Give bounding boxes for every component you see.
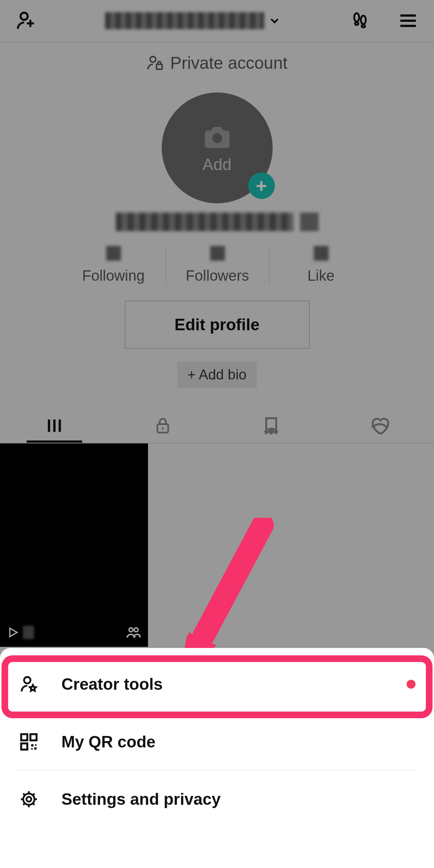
svg-point-1 xyxy=(354,13,359,21)
svg-rect-6 xyxy=(157,64,162,69)
private-account-label: Private account xyxy=(170,53,287,73)
person-lock-icon xyxy=(147,54,164,71)
svg-point-0 xyxy=(21,13,28,20)
notification-dot xyxy=(407,680,416,689)
menu-label: My QR code xyxy=(61,733,155,751)
svg-point-12 xyxy=(24,677,30,683)
badge-obscured xyxy=(300,213,319,231)
svg-rect-14 xyxy=(30,734,37,740)
svg-point-21 xyxy=(27,797,31,801)
footsteps-icon[interactable] xyxy=(349,10,371,32)
username-obscured xyxy=(116,213,293,231)
menu-sheet: Creator tools My QR code Settings and pr… xyxy=(0,648,434,868)
profile-section: Add + Following Followers Like Edit prof… xyxy=(0,83,434,443)
add-bio-button[interactable]: + Add bio xyxy=(177,362,257,388)
menu-item-creator-tools[interactable]: Creator tools xyxy=(18,655,416,713)
people-icon xyxy=(126,625,141,640)
private-account-banner: Private account xyxy=(0,43,434,83)
stat-followers[interactable]: Followers xyxy=(165,246,269,284)
tab-liked[interactable] xyxy=(326,408,434,443)
svg-point-3 xyxy=(361,16,366,24)
tab-private[interactable] xyxy=(108,408,217,443)
hamburger-menu-icon[interactable] xyxy=(397,10,419,32)
stats-row: Following Followers Like xyxy=(62,246,373,284)
edit-profile-button[interactable]: Edit profile xyxy=(125,301,310,349)
tab-grid[interactable] xyxy=(0,408,108,443)
menu-item-settings[interactable]: Settings and privacy xyxy=(18,770,416,827)
likes-count-obscured xyxy=(314,246,329,261)
svg-point-7 xyxy=(212,133,222,143)
heart-hidden-icon xyxy=(369,415,390,436)
grid-icon xyxy=(45,416,64,435)
svg-rect-2 xyxy=(355,22,359,25)
svg-rect-13 xyxy=(21,734,27,740)
svg-rect-4 xyxy=(362,25,365,27)
add-friends-icon[interactable] xyxy=(15,10,37,32)
video-thumbnail[interactable] xyxy=(0,443,148,647)
play-icon xyxy=(7,626,19,639)
svg-rect-18 xyxy=(31,748,33,749)
username-obscured xyxy=(105,12,264,29)
avatar-add-button[interactable]: + xyxy=(248,172,275,199)
add-bio-label: + Add bio xyxy=(188,367,247,382)
stat-likes[interactable]: Like xyxy=(269,246,373,284)
menu-item-qr-code[interactable]: My QR code xyxy=(18,713,416,770)
svg-rect-17 xyxy=(35,744,37,746)
views-count-obscured xyxy=(23,626,34,639)
svg-rect-16 xyxy=(31,744,33,746)
svg-point-5 xyxy=(150,57,156,62)
username-dropdown[interactable] xyxy=(105,12,281,29)
followers-label: Followers xyxy=(186,267,249,284)
qr-icon xyxy=(18,733,39,751)
tab-saved[interactable] xyxy=(217,408,326,443)
svg-rect-15 xyxy=(21,743,27,750)
menu-label: Settings and privacy xyxy=(61,790,221,808)
camera-icon xyxy=(199,122,236,152)
menu-label: Creator tools xyxy=(61,675,163,693)
person-star-icon xyxy=(18,675,39,694)
edit-profile-label: Edit profile xyxy=(175,315,260,334)
following-label: Following xyxy=(82,267,145,284)
svg-rect-19 xyxy=(34,747,37,749)
avatar-add-label: Add xyxy=(202,155,231,174)
svg-point-9 xyxy=(270,431,273,433)
following-count-obscured xyxy=(106,246,121,261)
avatar[interactable]: Add + xyxy=(162,92,273,203)
gear-icon xyxy=(18,790,39,809)
bookmark-hidden-icon xyxy=(261,416,281,436)
svg-point-11 xyxy=(134,628,138,632)
profile-tabs xyxy=(0,408,434,443)
video-views xyxy=(7,626,34,639)
followers-count-obscured xyxy=(210,246,225,261)
stat-following[interactable]: Following xyxy=(62,246,165,284)
svg-point-10 xyxy=(129,628,133,632)
profile-header xyxy=(0,0,434,43)
lock-icon xyxy=(154,416,172,435)
profile-username xyxy=(116,213,319,231)
likes-label: Like xyxy=(307,267,334,284)
